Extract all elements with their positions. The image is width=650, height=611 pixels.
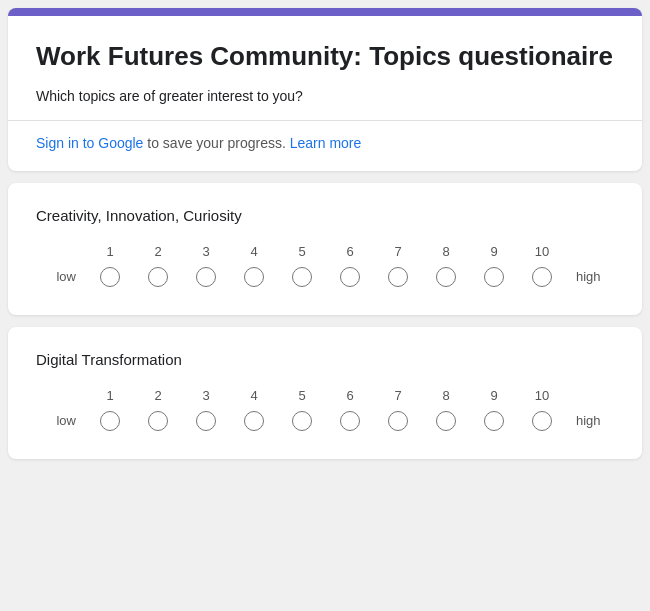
scale-number-5: 5 [278,244,326,259]
radio-2-4[interactable] [244,411,264,431]
radio-1-3[interactable] [196,267,216,287]
radio-item-1-9[interactable] [470,267,518,287]
radio-item-1-6[interactable] [326,267,374,287]
scale-number-3: 3 [182,388,230,403]
radio-2-7[interactable] [388,411,408,431]
page-title: Work Futures Community: Topics questiona… [36,40,614,74]
low-label-1: low [36,269,86,284]
radio-item-1-8[interactable] [422,267,470,287]
radio-1-8[interactable] [436,267,456,287]
radio-item-2-6[interactable] [326,411,374,431]
radio-1-10[interactable] [532,267,552,287]
scale-container-1: 12345678910lowhigh [36,244,614,287]
radio-2-6[interactable] [340,411,360,431]
radio-item-1-10[interactable] [518,267,566,287]
radio-2-5[interactable] [292,411,312,431]
scale-number-8: 8 [422,388,470,403]
scale-number-10: 10 [518,244,566,259]
scale-number-5: 5 [278,388,326,403]
radio-2-8[interactable] [436,411,456,431]
question-title-2: Digital Transformation [36,351,614,368]
scale-container-2: 12345678910lowhigh [36,388,614,431]
question-card-2: Digital Transformation12345678910lowhigh [8,327,642,459]
scale-numbers-1: 12345678910 [86,244,566,259]
radio-item-1-4[interactable] [230,267,278,287]
radio-1-5[interactable] [292,267,312,287]
radio-2-9[interactable] [484,411,504,431]
scale-radios-1: lowhigh [36,267,606,287]
scale-number-9: 9 [470,244,518,259]
radio-item-1-5[interactable] [278,267,326,287]
divider [8,120,642,121]
radio-2-1[interactable] [100,411,120,431]
scale-number-4: 4 [230,244,278,259]
page-wrapper: Work Futures Community: Topics questiona… [0,0,650,479]
scale-number-9: 9 [470,388,518,403]
scale-number-6: 6 [326,388,374,403]
radio-1-4[interactable] [244,267,264,287]
radio-item-1-1[interactable] [86,267,134,287]
radio-2-10[interactable] [532,411,552,431]
low-label-2: low [36,413,86,428]
radio-item-2-8[interactable] [422,411,470,431]
radio-1-7[interactable] [388,267,408,287]
radio-item-1-2[interactable] [134,267,182,287]
page-subtitle: Which topics are of greater interest to … [36,88,614,104]
scale-number-1: 1 [86,388,134,403]
radio-item-2-1[interactable] [86,411,134,431]
scale-radios-2: lowhigh [36,411,606,431]
radio-item-2-10[interactable] [518,411,566,431]
radio-1-9[interactable] [484,267,504,287]
scale-number-2: 2 [134,244,182,259]
scale-number-7: 7 [374,388,422,403]
radio-item-2-7[interactable] [374,411,422,431]
radio-item-1-7[interactable] [374,267,422,287]
question-title-1: Creativity, Innovation, Curiosity [36,207,614,224]
radio-2-2[interactable] [148,411,168,431]
signin-middle-text: to save your progress. [143,135,289,151]
questions-container: Creativity, Innovation, Curiosity1234567… [8,183,642,459]
scale-numbers-2: 12345678910 [86,388,566,403]
scale-number-2: 2 [134,388,182,403]
scale-number-3: 3 [182,244,230,259]
radio-item-1-3[interactable] [182,267,230,287]
signin-row: Sign in to Google to save your progress.… [36,135,614,151]
signin-link[interactable]: Sign in to Google [36,135,143,151]
radio-item-2-9[interactable] [470,411,518,431]
radio-item-2-5[interactable] [278,411,326,431]
header-card: Work Futures Community: Topics questiona… [8,8,642,171]
radio-item-2-2[interactable] [134,411,182,431]
question-card-1: Creativity, Innovation, Curiosity1234567… [8,183,642,315]
radio-1-1[interactable] [100,267,120,287]
scale-number-4: 4 [230,388,278,403]
radio-item-2-4[interactable] [230,411,278,431]
radio-item-2-3[interactable] [182,411,230,431]
radio-2-3[interactable] [196,411,216,431]
scale-number-7: 7 [374,244,422,259]
high-label-2: high [566,413,606,428]
radio-1-2[interactable] [148,267,168,287]
scale-number-6: 6 [326,244,374,259]
radio-1-6[interactable] [340,267,360,287]
scale-number-10: 10 [518,388,566,403]
scale-number-8: 8 [422,244,470,259]
scale-number-1: 1 [86,244,134,259]
high-label-1: high [566,269,606,284]
learn-more-link[interactable]: Learn more [290,135,362,151]
